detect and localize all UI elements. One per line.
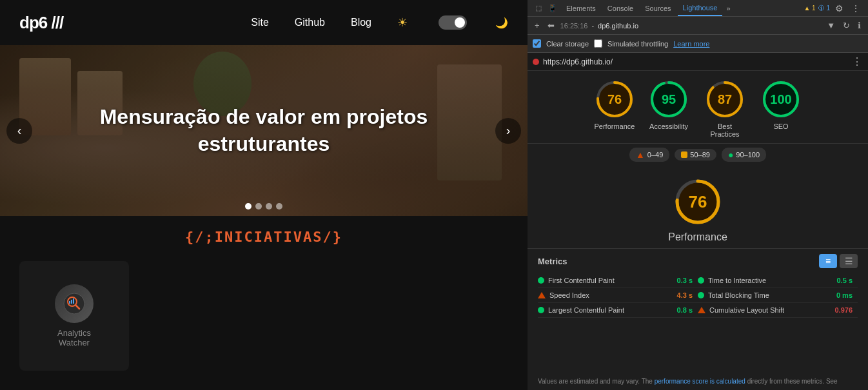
url-row-more-icon[interactable]: ⋮ [852,55,863,68]
metrics-left-col: First Contentful Paint 0.3 s Speed Index… [538,273,698,318]
metrics-title: Metrics [538,257,819,266]
devtools-info-icon[interactable]: ℹ [856,21,863,30]
analytics-watcher-label: AnalyticsWatcher [57,328,91,347]
tbt-status-dot [698,292,704,298]
big-score-section: 76 Performance [528,166,868,249]
tab-lighthouse[interactable]: Lighthouse [678,1,723,16]
score-seo[interactable]: 100 SEO [760,79,802,130]
tti-label: Time to Interactive [708,277,833,284]
svg-rect-3 [69,301,70,304]
hero-dot-1[interactable] [245,203,252,210]
devtools-dropdown-icon[interactable]: ▼ [825,21,837,30]
lighthouse-scores: 76 Performance 95 Accessibility 87 [528,71,868,144]
big-score-value: 76 [689,192,707,212]
legend-warn: ▲ 0–49 [629,148,669,162]
hero-next-button[interactable]: › [495,118,521,144]
hero-dot-2[interactable] [255,203,262,210]
sun-icon[interactable]: ☀ [397,15,408,30]
settings-icon[interactable]: ⚙ [833,3,846,14]
hero-text: Mensuração de valor em projetos estrutur… [87,104,441,157]
metrics-list-view-button[interactable]: ≡ [819,254,837,268]
speed-index-status-dot [538,292,546,298]
hero-prev-button[interactable]: ‹ [6,118,32,144]
chart-icon [63,292,86,315]
nav-github[interactable]: Github [295,17,325,28]
analytics-watcher-card[interactable]: AnalyticsWatcher [19,261,129,371]
devtools-refresh-icon[interactable]: ↻ [841,21,852,30]
url-error-indicator [533,59,539,65]
analytics-watcher-icon [55,284,94,323]
url-separator: - [591,22,594,30]
speed-index-value: 4.3 s [677,291,698,299]
devtools-optbar: Clear storage Simulated throttling Learn… [528,35,868,53]
tbt-label: Total Blocking Time [708,291,833,299]
metrics-grid: First Contentful Paint 0.3 s Speed Index… [538,273,858,318]
legend-warn-label: 0–49 [647,151,663,159]
tab-elements[interactable]: Elements [561,1,601,16]
score-seo-ring: 100 [760,79,802,120]
big-score-ring: 76 [672,176,724,228]
devtools-urlrow: https://dp6.github.io/ ⋮ [528,53,868,71]
metrics-detail-view-button[interactable]: ☰ [840,254,858,268]
devtools-inspect-icon[interactable]: ⬚ [533,4,544,12]
warning-badge[interactable]: ▲ 1 [804,5,815,12]
lcp-value: 0.8 s [677,306,698,314]
values-note: Values are estimated and may vary. The p… [528,373,868,390]
score-accessibility-label: Accessibility [649,122,688,130]
cls-status-dot [698,307,705,313]
legend: ▲ 0–49 50–89 ● 90–100 [528,144,868,166]
cards-section: AnalyticsWatcher [0,251,528,380]
orange-icon [681,151,687,158]
clear-storage-checkbox[interactable] [533,39,541,48]
tbt-value: 0 ms [836,291,858,299]
hero-dots [245,203,282,210]
cls-label: Cumulative Layout Shift [709,306,831,314]
devtools-back-icon[interactable]: + [533,21,542,30]
iniciativas-title: {/;INICIATIVAS/} [0,229,528,245]
speed-index-label: Speed Index [549,291,673,299]
devtools-urlbar: + ⬅ 16:25:16 - dp6.github.io ▼ ↻ ℹ [528,17,868,35]
perf-score-link[interactable]: performance score is calculated [655,378,745,385]
iniciativas-section: {/;INICIATIVAS/} [0,216,528,251]
svg-rect-5 [73,298,74,304]
legend-green-label: 90–100 [736,151,760,159]
moon-icon[interactable]: 🌙 [495,17,508,29]
devtools-timestamp: 16:25:16 [560,22,588,30]
nav-links: Site Github Blog ☀ 🌙 [251,15,508,30]
devtools-phone-icon[interactable]: 📱 [546,4,560,12]
legend-orange: 50–89 [675,149,716,161]
tab-sources[interactable]: Sources [640,1,676,16]
score-best-practices-value: 87 [718,92,732,107]
metric-tbt: Total Blocking Time 0 ms [698,288,858,303]
tab-console[interactable]: Console [602,1,638,16]
hero-section: Mensuração de valor em projetos estrutur… [0,45,528,216]
website-panel: dp6 /// Site Github Blog ☀ 🌙 Mensuração … [0,0,528,390]
learn-more-link[interactable]: Learn more [673,40,709,48]
simulated-throttling-checkbox[interactable] [594,39,602,48]
score-accessibility[interactable]: 95 Accessibility [648,79,689,130]
legend-orange-label: 50–89 [690,151,710,159]
nav-site[interactable]: Site [251,17,269,28]
legend-green: ● 90–100 [722,148,766,162]
theme-toggle[interactable] [439,15,467,30]
score-best-practices[interactable]: 87 Best Practices [702,79,747,138]
hero-dot-3[interactable] [266,203,272,210]
metric-cls: Cumulative Layout Shift 0.976 [698,303,858,318]
devtools-forward-icon[interactable]: ⬅ [546,21,557,30]
tti-value: 0.5 s [837,277,858,284]
metrics-header: Metrics ≡ ☰ [538,254,858,268]
score-performance-ring: 76 [594,79,635,120]
score-performance[interactable]: 76 Performance [594,79,635,130]
devtools-url[interactable]: dp6.github.io [598,22,821,30]
info-badge[interactable]: 🛈 1 [818,5,830,12]
more-tabs-icon[interactable]: » [724,5,733,12]
hero-dot-4[interactable] [276,203,282,210]
clear-storage-label: Clear storage [546,40,589,48]
devtools-page-url[interactable]: https://dp6.github.io/ [543,57,613,66]
toggle-knob [455,17,465,28]
more-options-icon[interactable]: ⋮ [849,3,863,14]
metrics-section: Metrics ≡ ☰ First Contentful Paint 0.3 s… [528,249,868,373]
devtools-panel: ⬚ 📱 Elements Console Sources Lighthouse … [528,0,868,390]
metrics-right-col: Time to Interactive 0.5 s Total Blocking… [698,273,858,318]
nav-blog[interactable]: Blog [351,17,371,28]
